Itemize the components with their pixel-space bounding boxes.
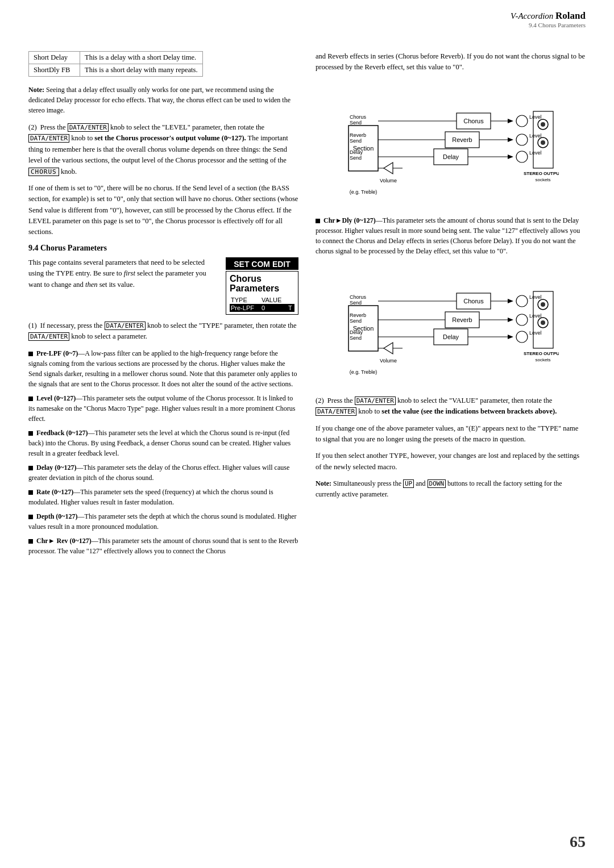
up-box: UP bbox=[403, 479, 414, 488]
svg-marker-65 bbox=[508, 318, 513, 322]
data-enter-box6: DATA/ENTER bbox=[316, 407, 356, 416]
svg-point-35 bbox=[541, 122, 545, 127]
svg-text:Reverb: Reverb bbox=[350, 132, 366, 138]
value-col-header: VALUE bbox=[260, 296, 287, 304]
svg-text:Level: Level bbox=[529, 294, 542, 300]
table-row: ShortDly FB This is a short delay with m… bbox=[29, 64, 203, 77]
extra-col bbox=[287, 296, 294, 304]
delay-table: Short Delay This is a delay with a short… bbox=[28, 51, 203, 77]
svg-marker-59 bbox=[508, 299, 513, 303]
svg-marker-2 bbox=[384, 162, 393, 174]
set-com-edit-title: SET COM EDIT bbox=[226, 257, 298, 270]
svg-text:(e.g. Treble): (e.g. Treble) bbox=[349, 369, 377, 375]
svg-text:Level: Level bbox=[529, 330, 542, 336]
svg-text:Send: Send bbox=[350, 300, 362, 306]
param-depth: Depth (0~127)—This parameter sets the de… bbox=[28, 511, 298, 532]
svg-point-66 bbox=[516, 314, 528, 326]
page-header: V-Accordion Roland 9.4 Chorus Parameters bbox=[511, 10, 586, 28]
svg-text:sockets: sockets bbox=[535, 357, 550, 362]
param-feedback: Feedback (0~127)—This parameter sets the… bbox=[28, 428, 298, 458]
main-content: Short Delay This is a delay with a short… bbox=[28, 51, 586, 560]
para-no-chorus: If one of them is set to "0", there will… bbox=[28, 183, 298, 238]
chorus-params-row: This page contains several parameters th… bbox=[28, 257, 298, 315]
svg-text:Chorus: Chorus bbox=[350, 294, 367, 300]
svg-text:Level: Level bbox=[529, 150, 542, 156]
set-com-edit-box: SET COM EDIT ChorusParameters TYPE VALUE… bbox=[226, 257, 298, 315]
svg-text:Delay: Delay bbox=[350, 149, 363, 155]
data-enter-box: DATA/ENTER bbox=[68, 123, 109, 132]
param-pre-lpf: Pre-LPF (0~7)—A low-pass filter can be a… bbox=[28, 348, 298, 389]
note-text: Note: Seeing that a delay effect usually… bbox=[28, 85, 298, 115]
param-level: Level (0~127)—This parameter sets the ou… bbox=[28, 393, 298, 424]
svg-text:Level: Level bbox=[529, 114, 542, 120]
svg-point-25 bbox=[516, 134, 528, 145]
right-column: and Reverb effects in series (Chorus bef… bbox=[316, 51, 586, 560]
svg-marker-18 bbox=[508, 119, 513, 123]
svg-marker-43 bbox=[384, 343, 393, 354]
left-column: Short Delay This is a delay with a short… bbox=[28, 51, 298, 560]
param-chr-dly: Chr►Dly (0~127)—This parameter sets the … bbox=[316, 215, 586, 256]
page-number: 65 bbox=[570, 833, 586, 851]
data-enter-box2: DATA/ENTER bbox=[28, 134, 69, 143]
svg-text:Send: Send bbox=[350, 318, 362, 324]
svg-text:Send: Send bbox=[350, 138, 362, 144]
svg-marker-30 bbox=[508, 155, 513, 159]
type-col-header: TYPE bbox=[230, 296, 260, 304]
section-heading: 9.4 Chorus Parameters bbox=[28, 244, 298, 253]
svg-text:Send: Send bbox=[350, 335, 362, 341]
prelpt-label: Pre-LPF bbox=[230, 304, 260, 312]
svg-text:Volume: Volume bbox=[379, 358, 396, 364]
step-1: (1) If necessary, press the DATA/ENTER k… bbox=[28, 320, 298, 343]
roland-label: Roland bbox=[555, 10, 586, 21]
diagram-1: Section Volume Chorus Send Reverb Send D… bbox=[316, 80, 586, 205]
right-intro-text: and Reverb effects in series (Chorus bef… bbox=[316, 51, 586, 73]
svg-text:Send: Send bbox=[350, 155, 362, 161]
chorus-title: ChorusParameters bbox=[230, 274, 294, 294]
bullet-icon bbox=[28, 352, 33, 356]
signal-flow-diagram-2: Section Volume Chorus Send Reverb Send D… bbox=[343, 260, 559, 385]
set-com-edit-table: TYPE VALUE Pre-LPF 0 T bbox=[230, 296, 294, 312]
svg-text:Level: Level bbox=[529, 313, 542, 319]
header-sub: 9.4 Chorus Parameters bbox=[511, 22, 586, 28]
note-final: Note: Simultaneously press the UP and DO… bbox=[316, 478, 586, 499]
svg-text:Chorus: Chorus bbox=[350, 114, 367, 120]
svg-text:Volume: Volume bbox=[379, 178, 396, 183]
svg-text:STEREO OUTPUT: STEREO OUTPUT bbox=[523, 351, 558, 356]
svg-text:Reverb: Reverb bbox=[452, 316, 472, 323]
svg-text:Chorus: Chorus bbox=[463, 118, 484, 124]
svg-text:Reverb: Reverb bbox=[452, 136, 472, 143]
bullet-icon bbox=[28, 490, 33, 495]
data-enter-box3: DATA/ENTER bbox=[105, 322, 146, 330]
v-accordion-label: V-Accordion bbox=[511, 11, 553, 20]
svg-rect-33 bbox=[533, 111, 553, 168]
param-rate: Rate (0~127)—This parameter sets the spe… bbox=[28, 487, 298, 507]
svg-point-19 bbox=[516, 115, 528, 127]
prelpt-extra: T bbox=[287, 304, 294, 312]
svg-text:sockets: sockets bbox=[535, 177, 550, 182]
data-enter-box4: DATA/ENTER bbox=[28, 332, 69, 341]
set-com-edit-sub: ChorusParameters TYPE VALUE Pre-LPF 0 T bbox=[226, 271, 298, 315]
table-cell-label: ShortDly FB bbox=[29, 64, 80, 77]
para-2: (2) Press the DATA/ENTER knob to select … bbox=[28, 122, 298, 177]
svg-point-31 bbox=[516, 151, 528, 162]
prelpt-value: 0 bbox=[260, 304, 287, 312]
svg-point-78 bbox=[541, 320, 545, 325]
bullet-icon bbox=[28, 515, 33, 519]
step-2-para2: If you change one of the above parameter… bbox=[316, 423, 586, 445]
param-delay: Delay (0~127)—This parameter sets the de… bbox=[28, 462, 298, 483]
brand-title: V-Accordion Roland bbox=[511, 10, 586, 22]
bullet-icon bbox=[28, 431, 33, 436]
svg-text:Delay: Delay bbox=[442, 333, 459, 340]
prelpt-row: Pre-LPF 0 T bbox=[230, 304, 294, 312]
data-enter-box5: DATA/ENTER bbox=[355, 397, 396, 405]
diagram-2: Section Volume Chorus Send Reverb Send D… bbox=[316, 260, 586, 385]
svg-text:Chorus: Chorus bbox=[463, 298, 484, 304]
bullet-icon bbox=[28, 539, 33, 544]
svg-point-60 bbox=[516, 295, 528, 307]
svg-text:Send: Send bbox=[350, 120, 362, 126]
step-2: (2) Press the DATA/ENTER knob to select … bbox=[316, 395, 586, 418]
bullet-icon bbox=[28, 397, 33, 401]
bullet-icon bbox=[316, 219, 320, 223]
bullet-icon bbox=[28, 466, 33, 470]
svg-point-37 bbox=[541, 140, 545, 145]
